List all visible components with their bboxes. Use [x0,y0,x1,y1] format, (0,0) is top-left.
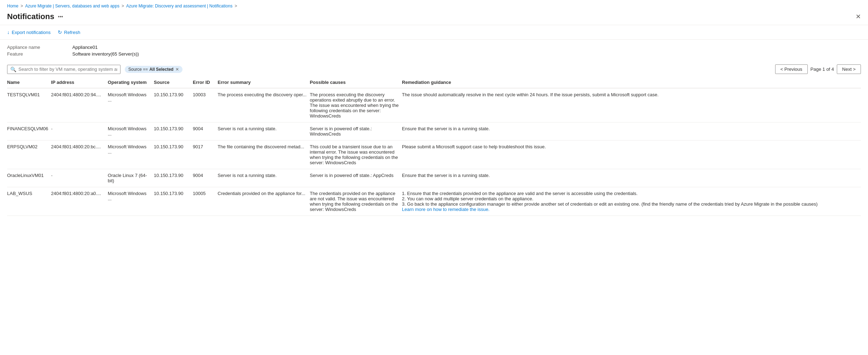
cell-remediation: Ensure that the server is in a running s… [402,169,861,187]
search-input[interactable] [18,67,117,72]
search-icon: 🔍 [10,67,16,72]
source-badge-prefix: Source == [128,67,148,72]
cell-error-id: 9004 [193,169,218,187]
page-header: Notifications ••• ✕ [0,11,868,25]
cell-name: LAB_WSUS [7,187,51,216]
cell-remediation: The issue should automatically resolve i… [402,88,861,122]
source-badge-close-icon[interactable]: ✕ [175,67,179,72]
col-header-source: Source [154,77,193,88]
pagination: < Previous Page 1 of 4 Next > [775,64,861,74]
cell-remediation: 1. Ensure that the credentials provided … [402,187,861,216]
cell-remediation: Ensure that the server is in a running s… [402,122,861,141]
cell-possible-causes: Server is in powered off state.: AppCred… [310,169,402,187]
cell-os: Oracle Linux 7 (64-bit) [108,169,154,187]
page-info: Page 1 of 4 [811,67,834,72]
cell-error-id: 10005 [193,187,218,216]
cell-os: Microsoft Windows ... [108,141,154,169]
table-container: Name IP address Operating system Source … [0,77,868,216]
col-header-error-summary: Error summary [218,77,310,88]
cell-name: ERPSQLVM02 [7,141,51,169]
source-badge-value: All Selected [149,67,173,72]
col-header-error-id: Error ID [193,77,218,88]
appliance-label: Appliance name [7,45,71,50]
cell-source: 10.150.173.90 [154,141,193,169]
feature-label: Feature [7,51,71,57]
cell-ip: 2404:f801:4800:20:94.... [51,88,108,122]
cell-ip: - [51,122,108,141]
cell-os: Microsoft Windows ... [108,122,154,141]
table-header: Name IP address Operating system Source … [7,77,861,88]
cell-ip: - [51,169,108,187]
cell-ip: 2404:f801:4800:20:a0.... [51,187,108,216]
cell-source: 10.150.173.90 [154,169,193,187]
table-row: TESTSQLVM01 2404:f801:4800:20:94.... Mic… [7,88,861,122]
table-body: TESTSQLVM01 2404:f801:4800:20:94.... Mic… [7,88,861,216]
export-label: Export notifications [12,30,51,35]
breadcrumb-notifications[interactable]: Azure Migrate: Discovery and assessment … [126,4,233,8]
cell-error-summary: Server is not a running state. [218,169,310,187]
filter-row: 🔍 Source == All Selected ✕ < Previous Pa… [0,62,868,77]
cell-ip: 2404:f801:4800:20:bc.... [51,141,108,169]
remediation-text: Ensure that the server is in a running s… [402,126,490,131]
cell-possible-causes: The process executing the discovery oper… [310,88,402,122]
col-header-possible-causes: Possible causes [310,77,402,88]
remediation-text: The issue should automatically resolve i… [402,92,659,97]
meta-feature-row: Feature Software inventory(65 Server(s)) [7,51,861,57]
cell-source: 10.150.173.90 [154,187,193,216]
cell-possible-causes: The credentials provided on the applianc… [310,187,402,216]
cell-error-summary: Server is not a running state. [218,122,310,141]
breadcrumb-servers[interactable]: Azure Migrate | Servers, databases and w… [25,4,119,8]
col-header-remediation: Remediation guidance [402,77,861,88]
table-row: LAB_WSUS 2404:f801:4800:20:a0.... Micros… [7,187,861,216]
more-options-icon[interactable]: ••• [58,14,63,19]
table-row: ERPSQLVM02 2404:f801:4800:20:bc.... Micr… [7,141,861,169]
cell-error-id: 9017 [193,141,218,169]
cell-name: FINANCESQLVM06 [7,122,51,141]
cell-error-summary: The file containing the discovered metad… [218,141,310,169]
cell-source: 10.150.173.90 [154,122,193,141]
breadcrumb: Home > Azure Migrate | Servers, database… [0,0,868,11]
remediation-text: 1. Ensure that the credentials provided … [402,191,638,196]
cell-error-summary: The process executing the discovery oper… [218,88,310,122]
appliance-value: Appliance01 [72,45,98,50]
close-button[interactable]: ✕ [856,13,861,21]
export-icon: ↓ [7,29,10,35]
remediation-text: Ensure that the server is in a running s… [402,173,490,178]
table-row: FINANCESQLVM06 - Microsoft Windows ... 1… [7,122,861,141]
remediation-text: Please submit a Microsoft support case t… [402,144,546,149]
source-badge[interactable]: Source == All Selected ✕ [125,66,183,73]
search-box[interactable]: 🔍 [7,65,121,74]
next-button[interactable]: Next > [837,64,861,74]
cell-error-id: 10003 [193,88,218,122]
learn-more-link[interactable]: Learn more on how to remediate the issue… [402,207,489,212]
cell-os: Microsoft Windows ... [108,88,154,122]
breadcrumb-home[interactable]: Home [7,4,18,8]
cell-possible-causes: This could be a transient issue due to a… [310,141,402,169]
cell-error-summary: Credentials provided on the appliance fo… [218,187,310,216]
cell-error-id: 9004 [193,122,218,141]
refresh-label: Refresh [64,30,80,35]
remediation-text: 2. You can now add multiple server crede… [402,196,533,201]
cell-source: 10.150.173.90 [154,88,193,122]
cell-name: OracleLinuxVM01 [7,169,51,187]
notifications-table: Name IP address Operating system Source … [7,77,861,216]
toolbar: ↓ Export notifications ↻ Refresh [0,25,868,40]
col-header-ip: IP address [51,77,108,88]
cell-possible-causes: Server is in powered off state.: Windows… [310,122,402,141]
col-header-name: Name [7,77,51,88]
export-notifications-button[interactable]: ↓ Export notifications [7,29,51,35]
refresh-icon: ↻ [58,29,62,35]
meta-appliance-row: Appliance name Appliance01 [7,45,861,50]
previous-button[interactable]: < Previous [775,64,808,74]
table-row: OracleLinuxVM01 - Oracle Linux 7 (64-bit… [7,169,861,187]
refresh-button[interactable]: ↻ Refresh [58,29,80,35]
cell-name: TESTSQLVM01 [7,88,51,122]
meta-section: Appliance name Appliance01 Feature Softw… [0,40,868,62]
remediation-text: 3. Go back to the appliance configuratio… [402,201,818,207]
feature-value: Software inventory(65 Server(s)) [72,51,139,57]
col-header-os: Operating system [108,77,154,88]
page-title: Notifications [7,12,54,21]
cell-os: Microsoft Windows ... [108,187,154,216]
cell-remediation: Please submit a Microsoft support case t… [402,141,861,169]
